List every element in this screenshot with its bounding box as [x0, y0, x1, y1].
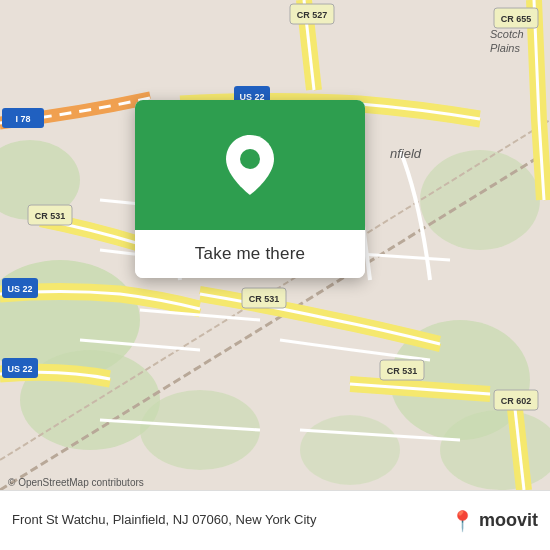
us22-bot-label: US 22 — [7, 364, 32, 374]
us22-mid-label: US 22 — [7, 284, 32, 294]
cr602-label: CR 602 — [501, 396, 532, 406]
card-header — [135, 100, 365, 230]
take-me-there-button[interactable]: Take me there — [135, 230, 365, 278]
cr531-center-label: CR 531 — [249, 294, 280, 304]
scotch-plains-label: Scotch — [490, 28, 524, 40]
cr527-label: CR 527 — [297, 10, 328, 20]
cr531-left-label: CR 531 — [35, 211, 66, 221]
moovit-brand-text: moovit — [479, 510, 538, 531]
location-card: Take me there — [135, 100, 365, 278]
scotch-plains-label2: Plains — [490, 42, 520, 54]
city-text: New York City — [236, 512, 317, 527]
address-text: Front St Watchu, Plainfield, NJ 07060, N… — [12, 511, 450, 529]
address-line: Front St Watchu, Plainfield, NJ 07060, — [12, 512, 232, 527]
svg-point-6 — [420, 150, 540, 250]
osm-credit: © OpenStreetMap contributors — [8, 477, 144, 488]
moovit-logo: 📍 moovit — [450, 509, 538, 533]
map-view: I 78 CR 527 US 22 CR 655 CR 531 US 22 US… — [0, 0, 550, 490]
svg-point-21 — [240, 149, 260, 169]
bottom-bar: Front St Watchu, Plainfield, NJ 07060, N… — [0, 490, 550, 550]
plainfield-label: nfield — [390, 146, 422, 161]
svg-point-8 — [300, 415, 400, 485]
location-pin-icon — [226, 135, 274, 195]
i78-label: I 78 — [15, 114, 30, 124]
cr655-label: CR 655 — [501, 14, 532, 24]
cr531-right-label: CR 531 — [387, 366, 418, 376]
moovit-pin-icon: 📍 — [450, 509, 475, 533]
